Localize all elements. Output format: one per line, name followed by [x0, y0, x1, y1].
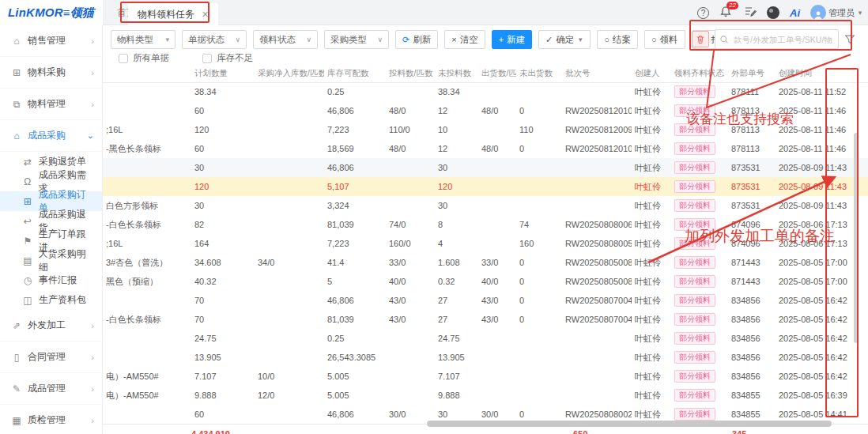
sidebar-item-material-purchase[interactable]: ⊞物料采购›: [0, 57, 102, 89]
material-manage-icon: ⧉: [11, 99, 22, 110]
trash-icon: [696, 35, 705, 44]
table-row[interactable]: -黑色长条领标6018,56948/01248/00RW20250812010叶…: [103, 139, 868, 158]
filter-select-2[interactable]: 领料状态∨: [253, 30, 318, 49]
cell: [103, 291, 191, 310]
checkbox-all-orders[interactable]: 所有单据: [119, 52, 169, 64]
cell: 7,223: [324, 234, 386, 253]
cell: 82: [191, 215, 255, 234]
assistant-icon[interactable]: [767, 6, 779, 19]
table-row[interactable]: 黑色（预缩）40.32540/00.3240/00RW20250805008叶虹…: [103, 272, 868, 291]
cell: 27: [435, 291, 478, 310]
table-row[interactable]: -白色长条领标7081,03943/02743/00RW20250807004叶…: [103, 310, 868, 329]
filter-select-1[interactable]: 单据状态∨: [182, 30, 247, 49]
help-icon[interactable]: ?: [697, 7, 709, 19]
tab-bar: 首页 物料领料任务 ✕ ? 22 Ai 管理员 ▼: [103, 0, 868, 25]
table-row[interactable]: 6046,80648/01248/00RW20250812010叶虹伶部分领料8…: [103, 101, 868, 120]
close-case-button[interactable]: ○结案: [597, 30, 638, 49]
cell: 834856: [728, 310, 776, 329]
cell: [386, 177, 435, 196]
sidebar-item-quality[interactable]: ▦质检管理›: [0, 405, 102, 434]
cell: 878113: [728, 120, 776, 139]
column-header-3: 库存可配数: [324, 66, 386, 82]
create-button[interactable]: +新建: [492, 30, 532, 49]
cell: 2025-08-11 11:52: [776, 82, 868, 101]
table-row[interactable]: 电）-AM550#9.88812/05.0059.888叶虹伶部分领料83485…: [103, 386, 868, 405]
filter-funnel-icon[interactable]: [844, 34, 855, 45]
summary-plan-total: 4,434.919: [191, 429, 230, 434]
cell: [562, 367, 632, 386]
sidebar-item-product-purchase[interactable]: ⌂成品采购⌄: [0, 120, 102, 152]
refresh-button[interactable]: ⟳刷新: [395, 30, 438, 49]
product-manage-icon: ✎: [11, 383, 22, 394]
cell: 叶虹伶: [632, 101, 671, 120]
cell: 电）-AM550#: [103, 386, 191, 405]
table-row[interactable]: ;16L1207,223110/010110RW20250812009叶虹伶部分…: [103, 120, 868, 139]
vertical-scrollbar[interactable]: [854, 133, 859, 343]
pick-button[interactable]: ○领料: [644, 30, 685, 49]
cell: [562, 348, 632, 367]
filter-select-3[interactable]: 采购类型∨: [324, 30, 389, 49]
sidebar-item-outsource[interactable]: ⇗外发加工›: [0, 310, 102, 342]
sidebar-item-production-pack[interactable]: ◫生产资料包: [0, 290, 102, 310]
cell: [562, 196, 632, 215]
cell: 834856: [728, 348, 776, 367]
horizontal-scrollbar[interactable]: [427, 421, 832, 427]
cell: [478, 329, 516, 348]
search-input[interactable]: [732, 34, 834, 45]
checkbox-low-stock[interactable]: 库存不足: [202, 52, 253, 64]
table-row[interactable]: 38.340.2538.34叶虹伶部分领料8781112025-08-11 11…: [103, 82, 868, 101]
cell: 0: [516, 101, 562, 120]
sidebar-item-sales[interactable]: ⌂销售管理›: [0, 25, 102, 57]
table-row[interactable]: 13.90526,543.308513.905叶虹伶部分领料8348562025…: [103, 348, 868, 367]
cell: [255, 139, 324, 158]
sidebar-item-product-manage[interactable]: ✎成品管理›: [0, 373, 102, 405]
cell: [386, 196, 435, 215]
table-row[interactable]: 3046,80630叶虹伶部分领料8735312025-08-09 11:43: [103, 158, 868, 177]
clear-button[interactable]: ×清空: [444, 30, 485, 49]
cell: [103, 101, 191, 120]
cell: [516, 348, 562, 367]
cell: 30: [191, 158, 255, 177]
tab-material-picking[interactable]: 物料领料任务 ✕: [128, 3, 218, 25]
column-header-7: 未出货数: [516, 66, 562, 82]
table-row[interactable]: 白色方形领标303,32430叶虹伶部分领料8735312025-08-09 1…: [103, 196, 868, 215]
sidebar-item-label: 质检管理: [28, 413, 66, 427]
column-header-1: 计划数量: [191, 66, 255, 82]
confirm-button[interactable]: ✓确定▼: [538, 30, 591, 49]
sidebar-item-contract[interactable]: ▯合同管理›: [0, 342, 102, 373]
cell: 叶虹伶: [632, 158, 671, 177]
ai-icon[interactable]: Ai: [790, 7, 800, 19]
table-row[interactable]: ;16L1647,223160/04160RW20250808005叶虹伶部分领…: [103, 234, 868, 253]
table-row[interactable]: 7046,80643/02743/00RW20250807004叶虹伶部分领料8…: [103, 291, 868, 310]
cell: 0: [516, 291, 562, 310]
sidebar-item-material-manage[interactable]: ⧉物料管理›: [0, 89, 102, 120]
status-cell: 部分领料: [671, 234, 728, 253]
table-row[interactable]: 电）-AM550#7.10710/05.0057.107叶虹伶部分领料83485…: [103, 367, 868, 386]
cell: [255, 177, 324, 196]
chevron-down-icon: ⌄: [87, 130, 94, 141]
notification-bell-icon[interactable]: 22: [719, 6, 734, 20]
cell: [478, 348, 516, 367]
delete-button[interactable]: [692, 31, 709, 47]
task-list-icon[interactable]: [744, 5, 757, 21]
cell: 834856: [728, 367, 776, 386]
cell: [516, 386, 562, 405]
cell: 2025-08-11 11:46: [776, 101, 868, 120]
cell: [516, 196, 562, 215]
user-menu[interactable]: 管理员 ▼: [810, 5, 863, 21]
cell: 34/0: [255, 253, 324, 272]
app-window: LinKMOR≡领猫 首页 物料领料任务 ✕ ? 22 Ai 管理员 ▼: [0, 0, 868, 434]
cell: [255, 291, 324, 310]
sidebar-item-bulk-detail[interactable]: ▤大货采购明细: [0, 251, 102, 270]
status-badge: 部分领料: [674, 313, 715, 326]
close-icon[interactable]: ✕: [202, 9, 209, 20]
table-row[interactable]: -白色长条领标8281,03974/0874RW20250808006叶虹伶部分…: [103, 215, 868, 234]
table-row[interactable]: 1205,107120叶虹伶部分领料8735312025-08-09 11:43: [103, 177, 868, 196]
cell: 70: [191, 310, 255, 329]
table-row[interactable]: 3#杏色（普洗）34.60834/041.433/01.60833/00RW20…: [103, 253, 868, 272]
cell: 110: [516, 120, 562, 139]
quality-icon: ▦: [11, 415, 22, 426]
filter-select-0[interactable]: 物料类型▾: [111, 30, 175, 49]
table-row[interactable]: 24.750.2524.75叶虹伶部分领料8348562025-08-05 16…: [103, 329, 868, 348]
clear-icon: ×: [451, 35, 456, 44]
